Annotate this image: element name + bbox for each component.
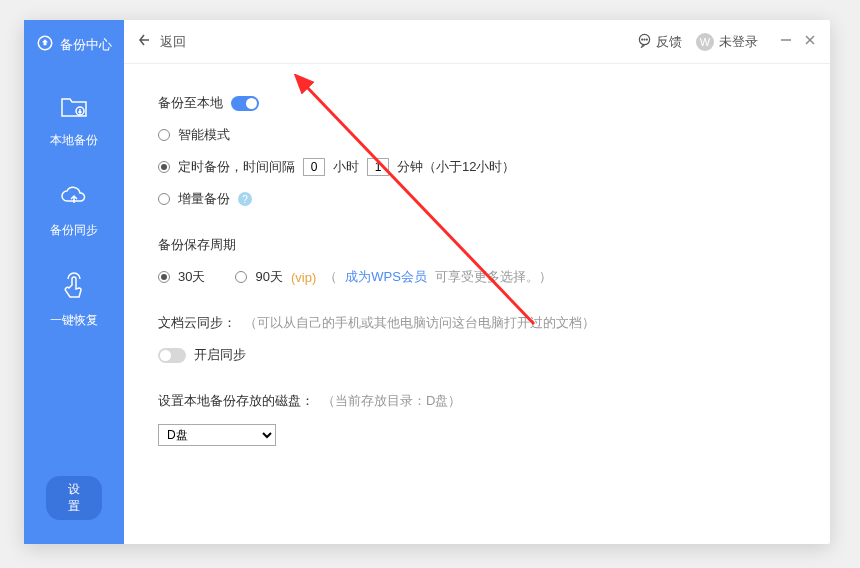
disk-title-row: 设置本地备份存放的磁盘： （当前存放目录：D盘）	[158, 392, 796, 410]
nav-label: 备份同步	[50, 222, 98, 239]
disk-select[interactable]: D盘	[158, 424, 276, 446]
back-button[interactable]: 返回	[138, 32, 186, 51]
backup-local-label: 备份至本地	[158, 94, 223, 112]
retention-options-row: 30天 90天 (vip) （ 成为WPS会员 可享受更多选择。）	[158, 268, 796, 286]
radio-incremental-mode[interactable]	[158, 193, 170, 205]
vip-badge: (vip)	[291, 270, 316, 285]
sync-toggle-row: 开启同步	[158, 346, 796, 364]
svg-point-4	[644, 39, 645, 40]
login-button[interactable]: W 未登录	[696, 33, 758, 51]
minutes-input[interactable]	[367, 158, 389, 176]
feedback-button[interactable]: 反馈	[637, 33, 682, 51]
back-icon	[138, 32, 154, 51]
content: 备份至本地 智能模式 定时备份，时间间隔 小时 分钟（小于12小时） 增量备份 …	[124, 64, 830, 490]
mode-incremental-row: 增量备份 ?	[158, 190, 796, 208]
nav-label: 一键恢复	[50, 312, 98, 329]
minimize-button[interactable]	[780, 34, 792, 49]
login-label: 未登录	[719, 33, 758, 51]
disk-select-row: D盘	[158, 424, 796, 446]
radio-smart-mode[interactable]	[158, 129, 170, 141]
main-panel: 返回 反馈 W 未登录	[124, 20, 830, 544]
backup-local-row: 备份至本地	[158, 94, 796, 112]
disk-note: （当前存放目录：D盘）	[322, 392, 461, 410]
window-controls	[780, 34, 816, 49]
mode-smart-row: 智能模式	[158, 126, 796, 144]
mode-timed-row: 定时备份，时间间隔 小时 分钟（小于12小时）	[158, 158, 796, 176]
sidebar: 备份中心 本地备份 备份同步 一键恢复 设置	[24, 20, 124, 544]
sync-toggle-label: 开启同步	[194, 346, 246, 364]
retention-title: 备份保存周期	[158, 236, 236, 254]
topbar-right: 反馈 W 未登录	[637, 33, 816, 51]
svg-point-3	[642, 39, 643, 40]
nav-label: 本地备份	[50, 132, 98, 149]
paren-open: （	[324, 268, 337, 286]
sidebar-header: 备份中心	[36, 20, 112, 75]
nav-one-click-restore[interactable]: 一键恢复	[24, 255, 124, 345]
mode-incremental-label: 增量备份	[178, 190, 230, 208]
sync-toggle[interactable]	[158, 348, 186, 363]
settings-button[interactable]: 设置	[46, 476, 102, 520]
svg-point-5	[646, 39, 647, 40]
wps-member-link[interactable]: 成为WPS会员	[345, 268, 427, 286]
sync-title-row: 文档云同步： （可以从自己的手机或其他电脑访问这台电脑打开过的文档）	[158, 314, 796, 332]
sidebar-title: 备份中心	[60, 36, 112, 54]
radio-30-days[interactable]	[158, 271, 170, 283]
hours-unit: 小时	[333, 158, 359, 176]
backup-local-toggle[interactable]	[231, 96, 259, 111]
disk-title: 设置本地备份存放的磁盘：	[158, 392, 314, 410]
help-icon[interactable]: ?	[238, 192, 252, 206]
cloud-upload-icon	[58, 181, 90, 216]
home-icon	[36, 34, 54, 55]
sync-note: （可以从自己的手机或其他电脑访问这台电脑打开过的文档）	[244, 314, 595, 332]
mode-smart-label: 智能模式	[178, 126, 230, 144]
nav-local-backup[interactable]: 本地备份	[24, 75, 124, 165]
folder-download-icon	[58, 91, 90, 126]
sync-title: 文档云同步：	[158, 314, 236, 332]
avatar-icon: W	[696, 33, 714, 51]
topbar: 返回 反馈 W 未登录	[124, 20, 830, 64]
feedback-label: 反馈	[656, 33, 682, 51]
hours-input[interactable]	[303, 158, 325, 176]
radio-90-days[interactable]	[235, 271, 247, 283]
retention-30-label: 30天	[178, 268, 205, 286]
retention-title-row: 备份保存周期	[158, 236, 796, 254]
comment-icon	[637, 33, 652, 51]
minutes-unit: 分钟（小于12小时）	[397, 158, 515, 176]
back-label: 返回	[160, 33, 186, 51]
hand-tap-icon	[58, 271, 90, 306]
close-button[interactable]	[804, 34, 816, 49]
mode-timed-prefix: 定时备份，时间间隔	[178, 158, 295, 176]
nav-backup-sync[interactable]: 备份同步	[24, 165, 124, 255]
radio-timed-mode[interactable]	[158, 161, 170, 173]
app-window: 备份中心 本地备份 备份同步 一键恢复 设置	[24, 20, 830, 544]
retention-suffix: 可享受更多选择。）	[435, 268, 552, 286]
retention-90-label: 90天	[255, 268, 282, 286]
